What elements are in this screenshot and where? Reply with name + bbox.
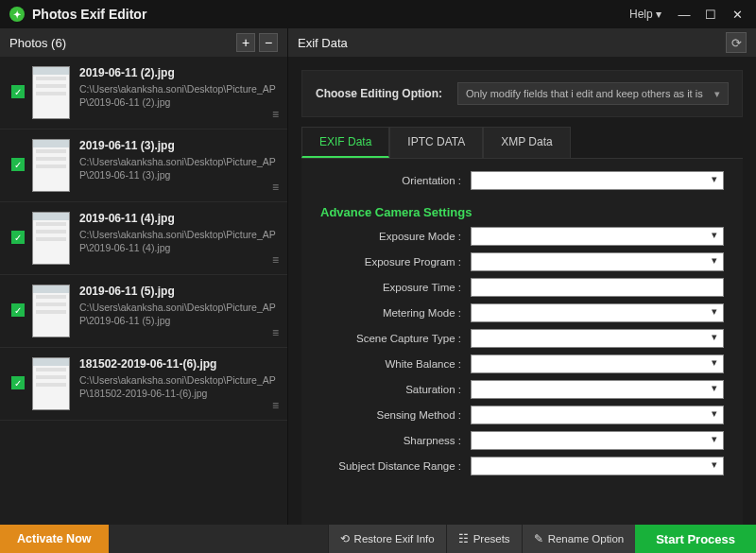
checkbox[interactable]: ✓	[11, 85, 25, 98]
item-menu-icon[interactable]: ≡	[272, 253, 278, 267]
thumbnail	[32, 139, 70, 192]
minimize-button[interactable]: —	[671, 1, 697, 27]
checkbox[interactable]: ✓	[11, 158, 25, 171]
tabs: EXIF Data IPTC DATA XMP Data	[288, 127, 756, 158]
file-name: 181502-2019-06-11-(6).jpg	[79, 357, 280, 371]
exposure-time-label: Exposure Time :	[315, 282, 471, 293]
rename-label: Rename Option	[548, 533, 625, 544]
activate-button[interactable]: Activate Now	[0, 525, 109, 553]
refresh-button[interactable]: ⟳	[726, 32, 747, 53]
sensing-method-input[interactable]	[471, 406, 724, 424]
photos-panel-header: Photos (6) + −	[0, 28, 287, 57]
list-item[interactable]: ✓ 2019-06-11 (5).jpg C:\Users\akanksha.s…	[0, 275, 287, 348]
saturation-label: Saturation :	[315, 384, 471, 395]
section-advance-camera: Advance Camera Settings	[320, 205, 724, 219]
exposure-program-input[interactable]	[471, 252, 724, 271]
metering-mode-label: Metering Mode :	[315, 307, 471, 319]
app-title: Photos Exif Editor	[32, 7, 146, 22]
sensing-method-label: Sensing Method :	[315, 409, 471, 421]
photos-count-label: Photos (6)	[9, 36, 66, 50]
file-name: 2019-06-11 (5).jpg	[79, 285, 280, 298]
checkbox[interactable]: ✓	[11, 231, 25, 244]
list-item[interactable]: ✓ 2019-06-11 (3).jpg C:\Users\akanksha.s…	[0, 130, 287, 202]
editing-option-label: Choose Editing Option:	[316, 87, 442, 100]
thumbnail	[32, 66, 70, 119]
exposure-program-label: Exposure Program :	[315, 256, 471, 268]
close-button[interactable]: ✕	[724, 1, 750, 27]
file-path: C:\Users\akanksha.soni\Desktop\Picture_A…	[79, 373, 280, 400]
list-item[interactable]: ✓ 2019-06-11 (4).jpg C:\Users\akanksha.s…	[0, 202, 287, 275]
add-photo-button[interactable]: +	[236, 33, 255, 52]
orientation-input[interactable]	[471, 171, 724, 190]
checkbox[interactable]: ✓	[11, 303, 25, 317]
scene-capture-input[interactable]	[471, 329, 724, 348]
restore-exif-button[interactable]: ⟲Restore Exif Info	[328, 525, 446, 553]
remove-photo-button[interactable]: −	[259, 33, 278, 52]
item-menu-icon[interactable]: ≡	[272, 181, 278, 194]
start-process-button[interactable]: Start Process	[635, 525, 756, 553]
rename-icon: ✎	[534, 532, 543, 545]
orientation-label: Orientation :	[315, 175, 471, 186]
tab-iptc[interactable]: IPTC DATA	[389, 127, 483, 158]
restore-icon: ⟲	[340, 532, 350, 545]
presets-label: Presets	[473, 533, 510, 544]
titlebar: ✦ Photos Exif Editor Help ▾ — ☐ ✕	[0, 0, 756, 28]
exif-panel-header: Exif Data ⟳	[288, 28, 756, 57]
tab-exif[interactable]: EXIF Data	[301, 127, 389, 158]
scene-capture-label: Scene Capture Type :	[315, 333, 471, 344]
subject-distance-label: Subject Distance Range :	[315, 460, 471, 472]
editing-option-select[interactable]: Only modify fields that i edit and keep …	[457, 82, 729, 105]
presets-icon: ☷	[458, 532, 469, 545]
bottom-bar: Activate Now ⟲Restore Exif Info ☷Presets…	[0, 525, 756, 553]
list-item[interactable]: ✓ 181502-2019-06-11-(6).jpg C:\Users\aka…	[0, 348, 287, 421]
exif-header-label: Exif Data	[298, 36, 348, 50]
help-menu[interactable]: Help ▾	[629, 8, 662, 21]
exif-form[interactable]: Orientation : Advance Camera Settings Ex…	[301, 158, 743, 525]
tab-xmp[interactable]: XMP Data	[483, 127, 570, 158]
sharpness-input[interactable]	[471, 431, 724, 450]
file-name: 2019-06-11 (2).jpg	[79, 66, 280, 79]
white-balance-input[interactable]	[471, 354, 724, 373]
editing-option-row: Choose Editing Option: Only modify field…	[301, 70, 743, 117]
white-balance-label: White Balance :	[315, 358, 471, 370]
item-menu-icon[interactable]: ≡	[272, 326, 278, 339]
restore-label: Restore Exif Info	[354, 533, 435, 544]
exposure-mode-input[interactable]	[471, 227, 724, 246]
file-path: C:\Users\akanksha.soni\Desktop\Picture_A…	[79, 301, 280, 327]
file-path: C:\Users\akanksha.soni\Desktop\Picture_A…	[79, 82, 280, 109]
metering-mode-input[interactable]	[471, 303, 724, 322]
exposure-time-input[interactable]	[471, 278, 724, 297]
exif-panel: Exif Data ⟳ Choose Editing Option: Only …	[288, 28, 756, 525]
presets-button[interactable]: ☷Presets	[446, 525, 522, 553]
subject-distance-input[interactable]	[471, 457, 724, 475]
list-item[interactable]: ✓ 2019-06-11 (2).jpg C:\Users\akanksha.s…	[0, 57, 287, 130]
file-path: C:\Users\akanksha.soni\Desktop\Picture_A…	[79, 155, 280, 181]
exposure-mode-label: Exposure Mode :	[315, 231, 471, 242]
file-name: 2019-06-11 (3).jpg	[79, 139, 280, 152]
photos-panel: Photos (6) + − ✓ 2019-06-11 (2).jpg C:\U…	[0, 28, 288, 525]
thumbnail	[32, 212, 70, 265]
editing-option-value: Only modify fields that i edit and keep …	[466, 88, 703, 99]
app-logo-icon: ✦	[9, 7, 25, 22]
thumbnail	[32, 357, 70, 410]
item-menu-icon[interactable]: ≡	[272, 399, 278, 412]
item-menu-icon[interactable]: ≡	[272, 108, 278, 121]
maximize-button[interactable]: ☐	[697, 1, 724, 27]
photos-list[interactable]: ✓ 2019-06-11 (2).jpg C:\Users\akanksha.s…	[0, 57, 287, 525]
saturation-input[interactable]	[471, 380, 724, 399]
sharpness-label: Sharpness :	[315, 435, 471, 446]
checkbox[interactable]: ✓	[11, 376, 25, 389]
file-name: 2019-06-11 (4).jpg	[79, 212, 280, 225]
thumbnail	[32, 285, 70, 337]
file-path: C:\Users\akanksha.soni\Desktop\Picture_A…	[79, 228, 280, 254]
rename-option-button[interactable]: ✎Rename Option	[522, 525, 636, 553]
